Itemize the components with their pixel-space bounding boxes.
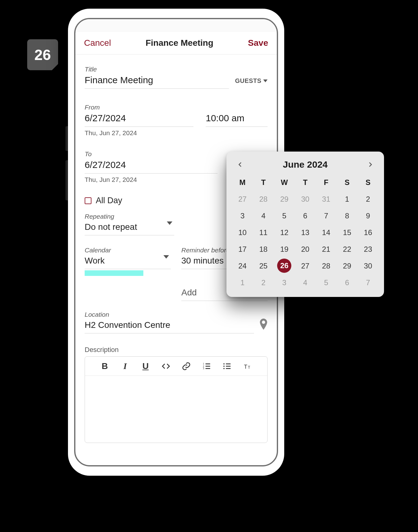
repeating-value: Do not repeat [85,222,137,232]
phone-power-button [65,160,68,200]
bold-icon[interactable]: B [99,361,110,371]
description-editor[interactable]: B I U 123 TT [85,356,268,443]
from-date-input[interactable]: 6/27/2024 [85,111,193,127]
day-of-week-header: T [295,176,316,190]
calendar-day[interactable]: 12 [274,225,295,240]
to-date-input[interactable]: 6/27/2024 [85,158,217,174]
date-picker-grid: MTWTFSS272829303112345678910111213141516… [232,176,378,290]
calendar-value: Work [85,256,105,265]
svg-point-7 [223,366,225,367]
calendar-day[interactable]: 13 [295,225,316,240]
calendar-day[interactable]: 30 [295,192,316,207]
next-month-button[interactable] [365,159,376,170]
italic-icon[interactable]: I [120,361,130,371]
calendar-day[interactable]: 1 [232,275,253,290]
calendar-day[interactable]: 3 [274,275,295,290]
event-editor-header: Cancel Finance Meeting Save [75,32,277,54]
date-picker-title: June 2024 [283,159,327,170]
calendar-day[interactable]: 4 [295,275,316,290]
day-of-week-header: S [337,176,358,190]
save-button[interactable]: Save [248,38,268,48]
calendar-select[interactable]: Work [85,254,171,269]
editor-toolbar: B I U 123 TT [85,357,267,376]
location-input[interactable]: H2 Convention Centre [85,318,254,333]
calendar-day[interactable]: 14 [316,225,337,240]
calendar-day[interactable]: 15 [337,225,358,240]
map-pin-icon[interactable] [260,319,268,330]
calendar-day[interactable]: 29 [274,192,295,207]
calendar-day[interactable]: 6 [337,275,358,290]
bullet-list-icon[interactable] [222,361,232,371]
calendar-day[interactable]: 2 [253,275,274,290]
calendar-day[interactable]: 7 [357,275,378,290]
calendar-day[interactable]: 18 [253,242,274,257]
calendar-day[interactable]: 16 [357,225,378,240]
repeating-select[interactable]: Do not repeat [85,220,174,235]
chevron-down-icon [263,79,268,82]
calendar-day[interactable]: 23 [357,242,378,257]
prev-month-button[interactable] [234,159,246,170]
guests-button[interactable]: GUESTS [235,77,268,84]
calendar-day[interactable]: 5 [274,208,295,223]
link-icon[interactable] [181,361,192,371]
day-of-week-header: T [253,176,274,190]
calendar-day[interactable]: 2 [357,192,378,207]
title-label: Title [85,66,268,73]
status-bar [75,19,277,32]
guests-label: GUESTS [235,77,261,84]
calendar-day[interactable]: 17 [232,242,253,257]
svg-text:T: T [248,365,250,369]
calendar-day[interactable]: 8 [337,208,358,223]
calendar-day[interactable]: 4 [253,208,274,223]
title-input[interactable]: Finance Meeting [85,73,229,89]
from-label: From [85,104,268,111]
cancel-button[interactable]: Cancel [84,38,111,48]
calendar-day[interactable]: 19 [274,242,295,257]
code-icon[interactable] [161,361,171,371]
description-label: Description [85,346,268,354]
day-of-week-header: W [274,176,295,190]
from-time-input[interactable]: 10:00 am [206,111,268,127]
calendar-day[interactable]: 31 [316,192,337,207]
checkbox-icon [85,197,91,204]
calendar-day[interactable]: 11 [253,225,274,240]
calendar-day[interactable]: 1 [337,192,358,207]
calendar-color-indicator [85,270,143,276]
calendar-day[interactable]: 28 [316,259,337,273]
calendar-day[interactable]: 3 [232,208,253,223]
calendar-day[interactable]: 9 [357,208,378,223]
calendar-day[interactable]: 7 [316,208,337,223]
phone-volume-button [65,126,68,151]
all-day-label: All Day [96,196,122,205]
calendar-day[interactable]: 22 [337,242,358,257]
reminder-value: 30 minutes [181,256,224,265]
calendar-day[interactable]: 6 [295,208,316,223]
calendar-day[interactable]: 5 [316,275,337,290]
calendar-day[interactable]: 28 [253,192,274,207]
chevron-down-icon [167,221,172,225]
from-date-sub: Thu, Jun 27, 2024 [85,129,268,137]
calendar-day[interactable]: 24 [232,259,253,273]
calendar-label: Calendar [85,247,171,254]
svg-text:3: 3 [203,367,205,370]
day-of-week-header: F [316,176,337,190]
app-icon-day: 26 [34,46,51,63]
calendar-day[interactable]: 10 [232,225,253,240]
calendar-day-selected[interactable]: 26 [277,259,291,273]
calendar-day[interactable]: 30 [357,259,378,273]
header-title: Finance Meeting [146,38,213,48]
calendar-day[interactable]: 20 [295,242,316,257]
svg-text:T: T [244,363,247,370]
svg-point-8 [223,368,225,369]
text-format-icon[interactable]: TT [242,361,253,371]
underline-icon[interactable]: U [140,361,151,371]
ordered-list-icon[interactable]: 123 [201,361,212,371]
calendar-day[interactable]: 27 [232,192,253,207]
calendar-day[interactable]: 25 [253,259,274,273]
date-picker-popover: June 2024 MTWTFSS27282930311234567891011… [226,152,384,297]
chevron-down-icon [163,255,169,259]
day-of-week-header: S [357,176,378,190]
calendar-day[interactable]: 21 [316,242,337,257]
calendar-day[interactable]: 29 [337,259,358,273]
calendar-day[interactable]: 27 [295,259,316,273]
